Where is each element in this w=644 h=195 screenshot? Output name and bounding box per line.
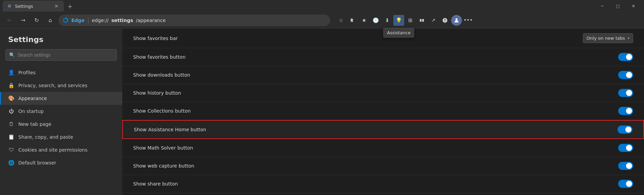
show-downloads-button-toggle[interactable] [618,71,633,79]
cookiespermissions-icon: 🛡 [8,147,14,153]
show-favorites-button-label: Show favorites button [133,54,618,60]
new-tab-button[interactable]: + [65,1,75,11]
appearance-label: Appearance [18,96,47,101]
tab-area: ⚙ Settings ✕ + [3,1,75,12]
sharecopypaste-label: Share, copy, and paste [18,134,73,140]
sidebar-item-onstartup[interactable]: ⏻ On startup [0,105,122,118]
settings-tab-title: Settings [15,4,50,9]
address-bar[interactable]: Edge | edge://settings/appearance [58,15,330,26]
nav-items-container: 👤 Profiles 🔒 Privacy, search, and servic… [0,66,122,169]
show-history-button-toggle[interactable] [618,89,633,97]
address-brand: Edge [71,18,85,23]
newtab-icon: 🗒 [8,121,14,127]
show-favorites-button-toggle[interactable] [618,53,633,61]
appearance-icon: 🎨 [8,95,14,101]
refresh-button[interactable]: ↻ [31,15,42,26]
downloads-icon[interactable]: ⬇ [382,15,393,26]
show-math-solver-button-toggle[interactable] [618,144,633,152]
search-icon: 🔍 [9,52,15,58]
settings-rows-container: Show favorites bar Only on new tabs ▾ Sh… [122,28,644,193]
show-favorites-bar-dropdown-value: Only on new tabs [587,36,625,41]
sidebar-item-profiles[interactable]: 👤 Profiles [0,66,122,79]
show-downloads-button-label: Show downloads button [133,72,618,78]
sidebar-item-newtab[interactable]: 🗒 New tab page [0,118,122,131]
collections-icon[interactable]: ⊞ [405,15,416,26]
home-button[interactable]: ⌂ [45,15,56,26]
sidebar-title: Settings [0,35,122,49]
add-to-favorites-icon[interactable]: ☆ [336,15,346,26]
show-assistance-home-button-toggle[interactable] [618,125,632,134]
show-collections-button-toggle[interactable] [618,107,633,115]
settings-row-show-collections-button: Show Collections button [122,102,644,120]
favorites-icon[interactable]: ★ [359,15,370,26]
close-button[interactable]: ✕ [626,0,641,12]
defaultbrowser-icon: 🌐 [8,160,14,166]
more-tools-icon[interactable]: ••• [463,15,473,26]
settings-content: Show favorites bar Only on new tabs ▾ Sh… [122,28,644,195]
minimize-button[interactable]: ─ [594,0,610,12]
show-collections-button-label: Show Collections button [133,108,618,114]
window-controls: ─ ▢ ✕ [594,0,641,12]
profile-button[interactable] [451,15,462,26]
assistance-icon[interactable]: 💡 Assistance [393,15,404,26]
show-web-capture-button-toggle[interactable] [618,162,633,170]
back-button[interactable]: ← [4,15,15,26]
svg-rect-0 [420,19,422,22]
chevron-down-icon: ▾ [628,36,629,40]
nav-bar: ← → ↻ ⌂ Edge | edge://settings/appearanc… [0,12,644,28]
settings-row-show-web-capture-button: Show web capture button [122,157,644,175]
maximize-button[interactable]: ▢ [610,0,626,12]
address-settings-bold: settings [111,18,133,23]
show-web-capture-button-label: Show web capture button [133,163,618,169]
sidebar-item-defaultbrowser[interactable]: 🌐 Default browser [0,156,122,169]
privacy-icon: 🔒 [8,82,14,89]
settings-row-show-share-button: Show share button [122,175,644,193]
defaultbrowser-label: Default browser [18,160,56,165]
forward-button[interactable]: → [18,15,29,26]
search-box[interactable]: 🔍 [5,49,117,61]
share-icon[interactable]: ↗ [428,15,439,26]
address-separator: | [87,17,89,23]
feedback-icon[interactable] [440,15,450,26]
onstartup-label: On startup [18,109,44,114]
svg-point-2 [455,18,458,20]
privacy-label: Privacy, search, and services [18,83,87,88]
settings-tab-icon: ⚙ [7,3,12,9]
newtab-label: New tab page [18,121,51,127]
settings-row-show-favorites-button: Show favorites button [122,48,644,66]
show-math-solver-button-label: Show Math Solver button [133,145,618,151]
show-favorites-bar-dropdown[interactable]: Only on new tabs ▾ [583,33,633,43]
tab-close-button[interactable]: ✕ [53,3,60,9]
sidebar-item-privacy[interactable]: 🔒 Privacy, search, and services [0,79,122,92]
sharecopypaste-icon: 📋 [8,134,14,140]
address-suffix: /appearance [136,18,166,23]
sidebar-item-appearance[interactable]: 🎨 Appearance [0,92,122,105]
settings-tab[interactable]: ⚙ Settings ✕ [3,1,64,12]
cookiespermissions-label: Cookies and site permissions [18,147,88,153]
show-assistance-home-button-label: Show Assistance Home button [134,127,618,132]
settings-row-show-downloads-button: Show downloads button [122,66,644,84]
show-share-button-label: Show share button [133,181,618,187]
settings-row-show-history-button: Show history button [122,84,644,102]
title-bar: ⚙ Settings ✕ + ─ ▢ ✕ [0,0,644,12]
edge-logo [62,17,69,23]
history-icon[interactable]: 🕐 [370,15,381,26]
profile-avatar [451,15,462,26]
svg-rect-1 [422,19,424,22]
show-share-button-toggle[interactable] [618,180,633,188]
browser-extensions-icon[interactable] [347,15,358,26]
sidebar: Settings 🔍 👤 Profiles 🔒 Privacy, search,… [0,28,122,195]
profiles-icon: 👤 [8,70,14,76]
assistance-tooltip: Assistance [383,28,414,38]
sidebar-item-cookiespermissions[interactable]: 🛡 Cookies and site permissions [0,143,122,156]
sidebar-item-sharecopypaste[interactable]: 📋 Share, copy, and paste [0,131,122,143]
main-layout: Settings 🔍 👤 Profiles 🔒 Privacy, search,… [0,28,644,195]
search-input[interactable] [18,52,113,58]
immersive-reader-icon[interactable] [416,15,427,26]
toolbar-icons: ☆ ★ 🕐 ⬇ 💡 Assistance ⊞ ↗ ••• [336,15,473,26]
address-prefix: edge:// [92,18,109,23]
show-favorites-bar-label: Show favorites bar [133,36,583,41]
profiles-label: Profiles [18,70,36,75]
settings-row-show-math-solver-button: Show Math Solver button [122,139,644,157]
show-history-button-label: Show history button [133,90,618,96]
